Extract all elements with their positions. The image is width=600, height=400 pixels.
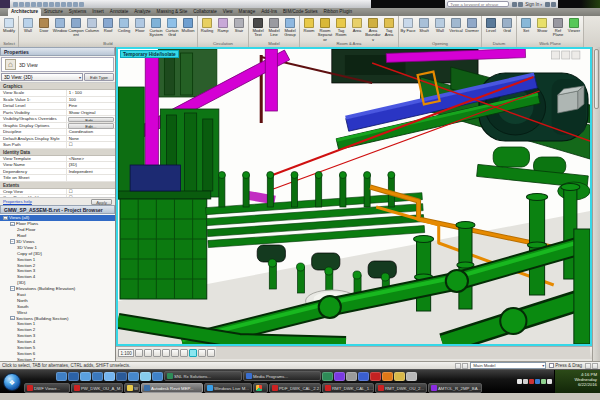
tab-analyze[interactable]: Analyze: [131, 8, 153, 16]
tool-grid[interactable]: Grid: [499, 17, 515, 41]
tab-collaborate[interactable]: Collaborate: [190, 8, 220, 16]
antivirus-icon[interactable]: [529, 379, 534, 384]
param-group-header[interactable]: Graphics: [0, 83, 115, 90]
scrollbar-thumb[interactable]: [594, 49, 599, 109]
application-menu-icon[interactable]: [0, 0, 10, 8]
properties-help-link[interactable]: Properties help: [3, 199, 32, 204]
param-value[interactable]: ☐: [67, 142, 115, 148]
tool-wall[interactable]: Wall: [432, 17, 448, 41]
filter-icon[interactable]: [592, 363, 598, 369]
exchange-apps-icon[interactable]: [545, 2, 550, 7]
taskbar-button[interactable]: PDF_DWK_CAL_2.2...: [269, 383, 321, 393]
param-value[interactable]: 1 : 100: [67, 90, 115, 96]
param-value[interactable]: Coordination: [67, 129, 115, 135]
pinned-app-icon[interactable]: [358, 372, 369, 381]
expander-icon[interactable]: −: [10, 222, 15, 227]
detail-level-icon[interactable]: [135, 349, 143, 357]
param-group-header[interactable]: Extents: [0, 182, 115, 189]
tab-systems[interactable]: Systems: [66, 8, 90, 16]
tool-window[interactable]: Window: [52, 17, 68, 41]
type-selector[interactable]: 3D View: [1, 57, 114, 72]
tool-ramp[interactable]: Ramp: [215, 17, 231, 41]
tool-model-line[interactable]: Model Line: [266, 17, 282, 41]
taskbar-button[interactable]: SNL Rx Solutions...: [164, 371, 242, 381]
taskbar-button[interactable]: W: [124, 383, 140, 393]
pinned-app-icon[interactable]: [406, 372, 417, 381]
pinned-app-icon[interactable]: [128, 372, 139, 381]
param-value[interactable]: Independent: [67, 169, 115, 175]
drawing-canvas[interactable]: Temporary Hide/Isolate: [116, 47, 592, 346]
properties-title-bar[interactable]: Properties: [0, 47, 115, 56]
tool-room-separator[interactable]: Room Separator: [317, 17, 333, 41]
param-value[interactable]: None: [67, 136, 115, 142]
param-value[interactable]: Edit...: [68, 117, 114, 123]
tool-mullion[interactable]: Mullion: [180, 17, 196, 41]
scale-control[interactable]: 1:100: [118, 349, 134, 357]
expander-icon[interactable]: −: [10, 286, 15, 291]
pinned-app-icon[interactable]: [334, 372, 345, 381]
param-value[interactable]: [67, 175, 115, 181]
tool-ceiling[interactable]: Ceiling: [116, 17, 132, 41]
tool-tag-area[interactable]: Tag Area: [381, 17, 397, 41]
temporary-hide-isolate-icon[interactable]: [189, 349, 197, 357]
tool-stair[interactable]: Stair: [231, 17, 247, 41]
print-icon[interactable]: [37, 2, 42, 7]
sign-in-button[interactable]: Sign In: [525, 2, 542, 7]
search-input[interactable]: [447, 1, 509, 7]
pinned-app-icon[interactable]: [152, 372, 163, 381]
tool-shaft[interactable]: Shaft: [416, 17, 432, 41]
taskbar-button[interactable]: DWF Viewe...: [24, 383, 70, 393]
tool-level[interactable]: Level: [483, 17, 499, 41]
tool-set[interactable]: Set: [518, 17, 534, 41]
taskbar-clock[interactable]: 4:16 PM Wednesday 6/22/2016: [554, 370, 600, 393]
show-crop-icon[interactable]: [180, 349, 188, 357]
tool-area[interactable]: Area: [349, 17, 365, 41]
measure-icon[interactable]: [43, 2, 48, 7]
tool-modify[interactable]: Modify: [1, 17, 17, 41]
worksets-icon[interactable]: [455, 363, 461, 369]
active-workset-dropdown[interactable]: Main Model: [470, 362, 546, 369]
battery-icon[interactable]: [541, 379, 546, 384]
taskbar-button[interactable]: [253, 383, 268, 393]
tab-massing-site[interactable]: Massing & Site: [154, 8, 191, 16]
taskbar-button[interactable]: Media Programs...: [243, 371, 321, 381]
tool-viewer[interactable]: Viewer: [566, 17, 582, 41]
tab-ribbon-plugin[interactable]: Ribbon Plugin: [321, 8, 356, 16]
tab-architecture[interactable]: Architecture: [8, 8, 41, 16]
tool-railing[interactable]: Railing: [199, 17, 215, 41]
pinned-app-icon[interactable]: [80, 372, 91, 381]
param-value[interactable]: Show Original: [67, 110, 115, 116]
tab-insert[interactable]: Insert: [89, 8, 107, 16]
tool-curtain-system[interactable]: Curtain System: [148, 17, 164, 41]
sun-path-icon[interactable]: [153, 349, 161, 357]
visual-style-icon[interactable]: [144, 349, 152, 357]
redo-icon[interactable]: [31, 2, 36, 7]
pinned-app-icon[interactable]: [394, 372, 405, 381]
param-value[interactable]: 100: [67, 97, 115, 103]
communication-center-icon[interactable]: [518, 2, 523, 7]
tab-view[interactable]: View: [220, 8, 236, 16]
tab-structure[interactable]: Structure: [41, 8, 66, 16]
tool-show[interactable]: Show: [534, 17, 550, 41]
action-center-icon[interactable]: [547, 379, 552, 384]
tab-bim-code-suites[interactable]: BIM/Code Suites: [280, 8, 320, 16]
project-browser-title-bar[interactable]: GMW_SP_ASSEM-B.rvt - Project Browser: [0, 205, 115, 214]
tool-dormer[interactable]: Dormer: [464, 17, 480, 41]
pinned-app-icon[interactable]: [92, 372, 103, 381]
pinned-app-icon[interactable]: [68, 372, 79, 381]
param-value[interactable]: Edit...: [68, 123, 114, 129]
pinned-app-icon[interactable]: [140, 372, 151, 381]
tab-manage[interactable]: Manage: [236, 8, 259, 16]
pinned-app-icon[interactable]: [104, 372, 115, 381]
thin-lines-icon[interactable]: [79, 2, 84, 7]
start-button[interactable]: [3, 373, 21, 391]
taskbar-button[interactable]: Windows Live M...: [204, 383, 252, 393]
volume-icon[interactable]: [523, 379, 528, 384]
pinned-app-icon[interactable]: [370, 372, 381, 381]
exclude-options-icon[interactable]: [585, 363, 591, 369]
crop-view-icon[interactable]: [171, 349, 179, 357]
update-icon[interactable]: [535, 379, 540, 384]
taskbar-button[interactable]: RMT_DWK_OU_2...: [375, 383, 427, 393]
instance-selector-dropdown[interactable]: 3D View: {3D}: [1, 73, 83, 81]
reveal-hidden-icon[interactable]: [198, 349, 206, 357]
